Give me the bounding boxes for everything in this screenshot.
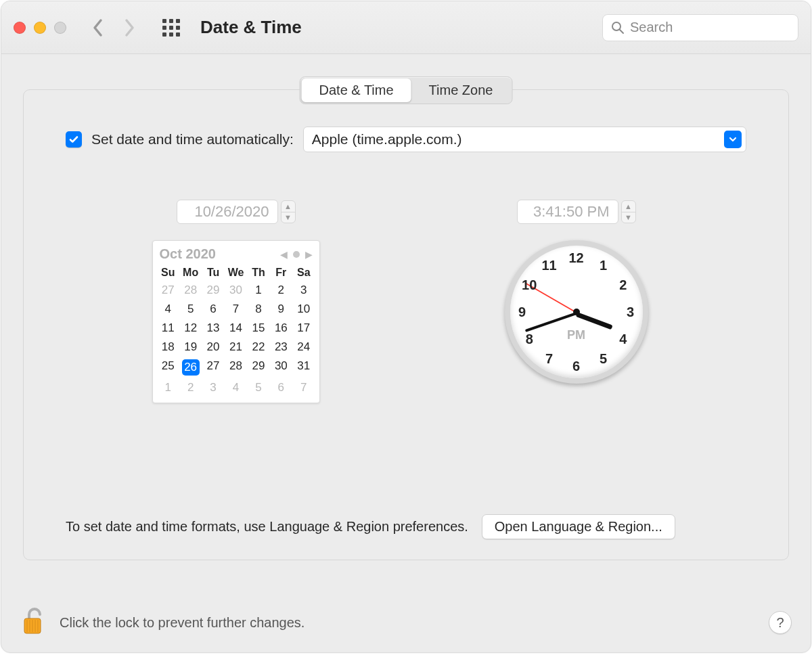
clock-number: 4: [614, 332, 633, 347]
calendar-day[interactable]: 7: [292, 378, 315, 397]
calendar-day[interactable]: 16: [270, 319, 292, 338]
calendar-day[interactable]: 19: [179, 338, 202, 357]
clock-number: 10: [520, 277, 539, 293]
search-placeholder: Search: [630, 20, 673, 35]
chevron-down-icon: [728, 135, 738, 144]
calendar-day[interactable]: 6: [270, 378, 292, 397]
window-controls: [14, 22, 66, 34]
calendar-day[interactable]: 22: [247, 338, 269, 357]
help-button[interactable]: ?: [769, 611, 792, 634]
calendar-day[interactable]: 29: [247, 357, 269, 378]
tab-date-time[interactable]: Date & Time: [302, 78, 411, 102]
search-field[interactable]: Search: [602, 14, 798, 41]
clock-ampm: PM: [567, 328, 585, 342]
calendar: Oct 2020 ◀ ▶ SuMoTuWeThFrSa2728293012345…: [152, 240, 320, 403]
toolbar: Date & Time Search: [1, 1, 811, 54]
calendar-day[interactable]: 27: [157, 281, 179, 300]
calendar-day[interactable]: 6: [202, 300, 224, 319]
calendar-day[interactable]: 23: [270, 338, 292, 357]
zoom-window-button[interactable]: [54, 22, 66, 34]
clock-number: 11: [540, 257, 559, 273]
calendar-day[interactable]: 2: [179, 378, 202, 397]
calendar-dow: Tu: [202, 265, 224, 281]
calendar-day[interactable]: 28: [179, 281, 202, 300]
calendar-today-button[interactable]: [293, 251, 300, 258]
calendar-day[interactable]: 4: [225, 378, 247, 397]
forward-button[interactable]: [123, 18, 135, 37]
calendar-day[interactable]: 17: [292, 319, 315, 338]
lock-button[interactable]: [20, 605, 47, 641]
date-stepper: 10/26/2020 ▲ ▼: [177, 200, 296, 224]
calendar-day[interactable]: 5: [247, 378, 269, 397]
calendar-day[interactable]: 5: [179, 300, 202, 319]
clock-number: 7: [540, 351, 559, 367]
clock-number: 1: [594, 257, 613, 273]
stepper-up-icon: ▲: [281, 201, 295, 212]
nav-buttons: [92, 18, 135, 37]
calendar-next-button[interactable]: ▶: [305, 249, 313, 260]
calendar-title: Oct 2020: [160, 246, 216, 262]
combo-chevron-button[interactable]: [724, 131, 742, 148]
calendar-day[interactable]: 24: [292, 338, 315, 357]
calendar-day[interactable]: 1: [157, 378, 179, 397]
content: Date & Time Time Zone Set date and time …: [1, 54, 811, 593]
calendar-day[interactable]: 9: [270, 300, 292, 319]
calendar-day[interactable]: 3: [292, 281, 315, 300]
calendar-prev-button[interactable]: ◀: [280, 249, 288, 260]
calendar-day[interactable]: 14: [225, 319, 247, 338]
calendar-day[interactable]: 25: [157, 357, 179, 378]
time-stepper-arrows[interactable]: ▲ ▼: [621, 200, 636, 223]
clock-number: 2: [614, 277, 633, 293]
clock-number: 8: [520, 332, 539, 347]
calendar-day[interactable]: 18: [157, 338, 179, 357]
calendar-dow: Fr: [270, 265, 292, 281]
open-language-region-button[interactable]: Open Language & Region...: [482, 514, 675, 539]
svg-point-0: [612, 22, 621, 30]
calendar-day[interactable]: 21: [225, 338, 247, 357]
clock-number: 6: [567, 359, 586, 374]
show-all-button[interactable]: [162, 19, 180, 37]
calendar-day[interactable]: 31: [292, 357, 315, 378]
calendar-day[interactable]: 12: [179, 319, 202, 338]
calendar-day[interactable]: 11: [157, 319, 179, 338]
calendar-day[interactable]: 28: [225, 357, 247, 378]
formats-hint: To set date and time formats, use Langua…: [66, 519, 468, 535]
pane-title: Date & Time: [200, 17, 302, 38]
close-window-button[interactable]: [14, 22, 26, 34]
search-icon: [611, 21, 625, 35]
date-field[interactable]: 10/26/2020: [177, 200, 278, 224]
card-bottom-row: To set date and time formats, use Langua…: [66, 514, 746, 539]
calendar-day[interactable]: 4: [157, 300, 179, 319]
calendar-day[interactable]: 2: [270, 281, 292, 300]
date-column: 10/26/2020 ▲ ▼ Oct 2020 ◀ ▶: [66, 200, 406, 403]
clock-number: 12: [567, 250, 586, 266]
calendar-day[interactable]: 8: [247, 300, 269, 319]
calendar-day[interactable]: 30: [270, 357, 292, 378]
calendar-day[interactable]: 26: [179, 357, 202, 378]
calendar-day[interactable]: 13: [202, 319, 224, 338]
clock-hour-hand: [575, 312, 612, 330]
stepper-up-icon: ▲: [622, 201, 635, 212]
minimize-window-button[interactable]: [34, 22, 46, 34]
stepper-down-icon: ▼: [281, 212, 295, 223]
time-server-combo[interactable]: Apple (time.apple.com.): [303, 127, 746, 152]
lock-text: Click the lock to prevent further change…: [60, 615, 304, 631]
calendar-day[interactable]: 7: [225, 300, 247, 319]
calendar-day[interactable]: 30: [225, 281, 247, 300]
date-stepper-arrows[interactable]: ▲ ▼: [281, 200, 296, 223]
calendar-day[interactable]: 3: [202, 378, 224, 397]
back-button[interactable]: [92, 18, 104, 37]
tab-time-zone[interactable]: Time Zone: [411, 78, 511, 102]
auto-checkbox[interactable]: [66, 131, 82, 148]
calendar-day[interactable]: 15: [247, 319, 269, 338]
calendar-day[interactable]: 29: [202, 281, 224, 300]
calendar-day[interactable]: 1: [247, 281, 269, 300]
calendar-day[interactable]: 20: [202, 338, 224, 357]
calendar-day[interactable]: 10: [292, 300, 315, 319]
clock-number: 3: [621, 304, 640, 320]
clock-pivot: [573, 309, 580, 315]
stepper-down-icon: ▼: [622, 212, 635, 223]
datetime-row: 10/26/2020 ▲ ▼ Oct 2020 ◀ ▶: [66, 200, 746, 403]
time-field[interactable]: 3:41:50 PM: [517, 200, 618, 224]
calendar-day[interactable]: 27: [202, 357, 224, 378]
